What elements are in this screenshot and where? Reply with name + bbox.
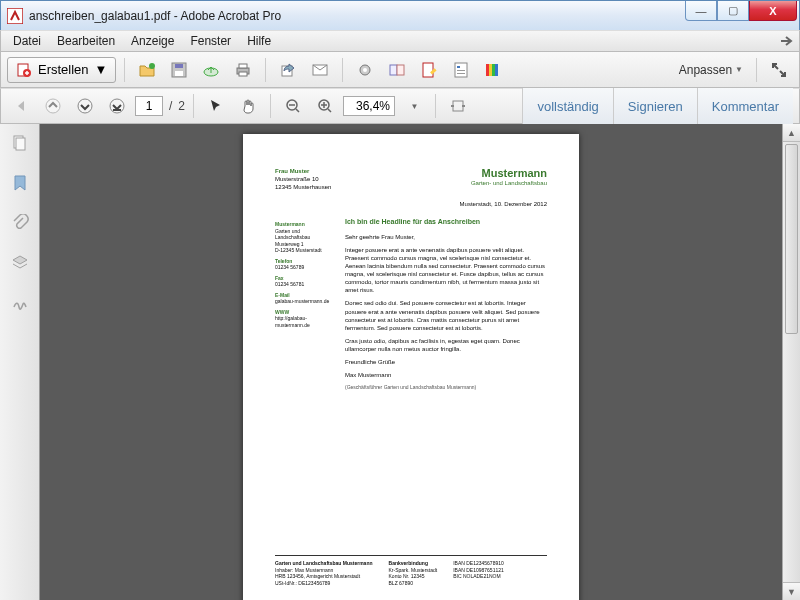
edit-pdf-button[interactable] (415, 57, 443, 83)
document-viewport[interactable]: Frau Muster Musterstraße 10 12345 Muster… (40, 124, 782, 600)
zoom-in-button[interactable] (311, 93, 339, 119)
document-page: Frau Muster Musterstraße 10 12345 Muster… (243, 134, 579, 600)
svg-point-14 (363, 68, 367, 72)
hand-tool-button[interactable] (234, 93, 262, 119)
scroll-up-button[interactable]: ▲ (783, 124, 800, 142)
hand-icon (240, 98, 256, 114)
menu-bearbeiten[interactable]: Bearbeiten (49, 34, 123, 48)
letter-footer: Garten und Landschaftsbau Mustermann Inh… (275, 555, 547, 586)
letter-p1: Integer posuere erat a ante venenatis da… (345, 246, 547, 295)
window-controls: — ▢ X (685, 1, 797, 21)
bookmarks-icon[interactable] (11, 174, 29, 192)
recipient-city: 12345 Musterhausen (275, 184, 331, 192)
svg-rect-5 (175, 71, 183, 76)
separator (124, 58, 125, 82)
print-button[interactable] (229, 57, 257, 83)
vertical-scrollbar[interactable]: ▲ ▼ (782, 124, 800, 600)
window-minimize-button[interactable]: — (685, 1, 717, 21)
letter-sigrole: (Geschäftsführer Garten und Landschaftsb… (345, 384, 547, 391)
letter-p2: Donec sed odio dui. Sed posuere consecte… (345, 299, 547, 331)
layers-icon[interactable] (11, 254, 29, 272)
tab-vollstaendig[interactable]: vollständig (522, 88, 612, 124)
svg-rect-15 (390, 65, 397, 75)
reading-mode-button[interactable] (765, 57, 793, 83)
letter-closing: Freundliche Grüße (345, 358, 547, 366)
scroll-track[interactable] (783, 142, 800, 582)
save-button[interactable] (165, 57, 193, 83)
fit-width-button[interactable] (444, 93, 472, 119)
svg-rect-16 (397, 65, 404, 75)
anpassen-button[interactable]: Anpassen▼ (674, 57, 748, 83)
last-page-button[interactable] (103, 93, 131, 119)
separator (270, 94, 271, 118)
svg-rect-22 (457, 73, 465, 74)
letter-body: Ich bin die Headline für das Anschreiben… (345, 217, 547, 555)
arrow-up-icon (45, 98, 61, 114)
collapse-menubar-icon[interactable] (779, 34, 793, 48)
menu-fenster[interactable]: Fenster (182, 34, 239, 48)
recipient-street: Musterstraße 10 (275, 176, 331, 184)
menu-anzeige[interactable]: Anzeige (123, 34, 182, 48)
arrow-left-icon (13, 98, 29, 114)
fit-width-icon (450, 98, 466, 114)
signatures-icon[interactable] (11, 294, 29, 312)
acrobat-icon (7, 8, 23, 24)
scroll-down-button[interactable]: ▼ (783, 582, 800, 600)
create-button-label: Erstellen (38, 62, 89, 77)
side-l3: 01234 56781 (275, 281, 335, 288)
tab-signieren[interactable]: Signieren (613, 88, 697, 124)
navigation-panel (0, 124, 40, 600)
cloud-icon (202, 61, 220, 79)
form-button[interactable] (447, 57, 475, 83)
open-button[interactable] (133, 57, 161, 83)
letter-signame: Max Mustermann (345, 371, 547, 379)
first-page-button[interactable] (7, 93, 35, 119)
form-icon (452, 61, 470, 79)
toolbar-main: Erstellen ▼ Anpassen▼ (0, 52, 800, 88)
separator (342, 58, 343, 82)
page-up-button[interactable] (39, 93, 67, 119)
combine-icon (388, 61, 406, 79)
gear-icon (356, 61, 374, 79)
menu-hilfe[interactable]: Hilfe (239, 34, 279, 48)
page-sep: / (169, 99, 172, 113)
scroll-thumb[interactable] (785, 144, 798, 334)
cursor-icon (208, 98, 224, 114)
multimedia-button[interactable] (479, 57, 507, 83)
email-button[interactable] (306, 57, 334, 83)
create-button[interactable]: Erstellen ▼ (7, 57, 116, 83)
side-l1c: D-12345 Musterstadt (275, 247, 335, 254)
zoom-input[interactable] (343, 96, 395, 116)
separator (193, 94, 194, 118)
letterhead-brand: Mustermann Garten- und Landschaftsbau (471, 168, 547, 191)
create-pdf-icon (16, 62, 32, 78)
combine-button[interactable] (383, 57, 411, 83)
folder-open-icon (138, 61, 156, 79)
attachments-icon[interactable] (11, 214, 29, 232)
cloud-button[interactable] (197, 57, 225, 83)
chevron-down-icon: ▼ (95, 62, 108, 77)
page-number-input[interactable] (135, 96, 163, 116)
svg-rect-26 (495, 64, 498, 76)
side-l5: http://galabau-mustermann.de (275, 315, 335, 328)
window-maximize-button[interactable]: ▢ (717, 1, 749, 21)
f2l3: BLZ 67890 (389, 580, 438, 587)
arrow-right-icon (109, 98, 125, 114)
zoom-dropdown[interactable]: ▼ (399, 93, 427, 119)
share-button[interactable] (274, 57, 302, 83)
menu-datei[interactable]: Datei (5, 34, 49, 48)
separator (435, 94, 436, 118)
envelope-icon (311, 61, 329, 79)
page-down-button[interactable] (71, 93, 99, 119)
window-close-button[interactable]: X (749, 1, 797, 21)
svg-rect-21 (457, 70, 465, 71)
tab-kommentar[interactable]: Kommentar (697, 88, 793, 124)
pages-icon[interactable] (11, 134, 29, 152)
svg-point-3 (149, 63, 155, 69)
separator (265, 58, 266, 82)
zoom-out-button[interactable] (279, 93, 307, 119)
settings-button[interactable] (351, 57, 379, 83)
select-tool-button[interactable] (202, 93, 230, 119)
side-l1a: Garten und Landschaftsbau (275, 228, 335, 241)
window-titlebar: anschreiben_galabau1.pdf - Adobe Acrobat… (0, 0, 800, 30)
